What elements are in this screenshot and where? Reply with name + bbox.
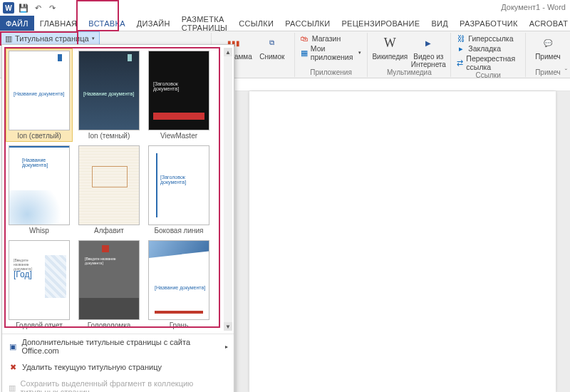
gallery-item-viewmaster[interactable]: [Заголовок документа] ViewMaster [146,49,212,141]
comment-icon: 💬 [539,34,556,51]
group-media: W Википедия ▶ Видео из Интернета Мультим… [368,33,451,77]
more-from-office-button[interactable]: ▣ Дополнительные титульные страницы с са… [2,334,234,359]
online-video-button[interactable]: ▶ Видео из Интернета [412,34,445,68]
thumb-ion-light: [Название документа] [9,51,70,130]
wikipedia-button[interactable]: W Википедия [373,34,406,61]
store-button[interactable]: 🛍Магазин [301,34,362,43]
gallery-item-annual[interactable]: [Введите название документа] [Год] Годов… [6,239,72,331]
gallery-label: Боковая линия [154,227,203,234]
tab-design[interactable]: ДИЗАЙН [131,16,176,31]
gallery-footer: ▣ Дополнительные титульные страницы с са… [2,334,234,392]
thumb-annual: [Введите название документа] [Год] [9,240,70,320]
gallery-item-sideline[interactable]: [Заголовок документа] Боковая линия [146,144,212,236]
remove-cover-button[interactable]: ✖ Удалить текущую титульную страницу [2,359,234,376]
crossref-icon: ⇄ [457,58,463,67]
myapps-button[interactable]: ▦Мои приложения▾ [301,44,362,61]
gallery-label: Ion (темный) [88,132,130,140]
screenshot-button[interactable]: ⧉ Снимок [256,34,289,61]
video-label: Видео из Интернета [411,53,446,68]
tab-insert[interactable]: ВСТАВКА [83,16,130,31]
redo-icon[interactable]: ↷ [47,3,57,13]
thumb-facet: [Название документа] [148,240,209,320]
bookmark-button[interactable]: ▸Закладка [457,44,519,53]
screenshot-label: Снимок [259,53,284,61]
comment-label: Примеч [535,53,561,61]
group-apps: 🛍Магазин ▦Мои приложения▾ Приложения [295,33,368,77]
screenshot-icon: ⧉ [264,34,281,51]
gallery-item-facet[interactable]: [Название документа] Грань [146,239,212,331]
thumb-viewmaster: [Заголовок документа] [148,51,209,130]
group-apps-label: Приложения [310,68,352,77]
scroll-down-icon[interactable]: ▼ [224,322,232,331]
gallery-item-ion-dark[interactable]: [Название документа] Ion (темный) [76,49,142,141]
quick-access-toolbar: 💾 ↶ ↷ [19,3,57,13]
apps-icon: ▦ [301,48,308,57]
cover-page-label: Титульная страница [15,34,89,43]
page [249,91,556,392]
save-selection-button: ▥ Сохранить выделенный фрагмент в коллек… [2,376,234,392]
link-icon: ⛓ [457,34,465,43]
group-links-label: Ссылки [476,71,501,80]
office-icon: ▣ [8,341,17,351]
ribbon-tabs: ФАЙЛ ГЛАВНАЯ ВСТАВКА ДИЗАЙН РАЗМЕТКА СТР… [0,16,570,31]
gallery-scrollbar[interactable]: ▲ ▼ [224,48,232,331]
delete-icon: ✖ [8,362,18,372]
tab-references[interactable]: ССЫЛКИ [233,16,279,31]
save-icon[interactable]: 💾 [19,3,28,13]
gallery-label: Грань [170,321,189,329]
cover-page-button[interactable]: ▥ Титульная страница ▾ [0,31,100,46]
gallery-label: Ion (светлый) [17,132,61,140]
hyperlink-button[interactable]: ⛓Гиперссылка [457,34,519,43]
group-links: ⛓Гиперссылка ▸Закладка ⇄Перекрестная ссы… [451,33,526,77]
undo-icon[interactable]: ↶ [33,3,43,13]
gallery-item-ion-light[interactable]: [Название документа] Ion (светлый) [6,49,72,141]
video-icon: ▶ [420,34,437,51]
thumb-sideline: [Заголовок документа] [148,145,209,225]
store-icon: 🛍 [301,34,309,43]
tab-file[interactable]: ФАЙЛ [0,16,34,31]
chevron-down-icon: ▾ [92,36,95,41]
horizontal-ruler [235,78,570,91]
cover-page-gallery: [Название документа] Ion (светлый) [Назв… [1,44,234,392]
group-comments: 💬 Примеч Примеч [526,33,570,77]
save-selection-icon: ▥ [8,383,16,392]
collapse-ribbon-icon[interactable]: ˇ [565,68,567,76]
comment-button[interactable]: 💬 Примеч [532,34,564,61]
gallery-label: Алфавит [94,227,124,234]
group-media-label: Мультимедиа [387,68,432,77]
thumb-ion-dark: [Название документа] [78,51,140,130]
gallery-item-whisp[interactable]: [Название документа] Whisp [6,144,72,236]
tab-view[interactable]: ВИД [425,16,454,31]
bookmark-icon: ▸ [457,44,465,53]
wikipedia-label: Википедия [372,53,408,61]
tab-developer[interactable]: РАЗРАБОТЧИК [454,16,524,31]
title-bar: W 💾 ↶ ↷ Документ1 - Word [0,0,570,16]
gallery-label: Головоломка [88,321,131,329]
page-icon: ▥ [5,34,12,43]
tab-mailings[interactable]: РАССЫЛКИ [279,16,336,31]
wikipedia-icon: W [381,34,398,51]
thumb-whisp: [Название документа] [9,145,70,225]
thumb-puzzle: [Введите название документа] [78,240,140,320]
document-title: Документ1 - Word [501,3,566,11]
tab-acrobat[interactable]: ACROBAT [524,16,570,31]
gallery-item-alphabet[interactable]: Алфавит [76,144,142,236]
group-comments-label: Примеч [535,68,561,77]
thumb-alphabet [78,145,140,225]
scroll-up-icon[interactable]: ▲ [224,48,232,56]
group-label [252,68,254,77]
word-app-icon: W [3,2,14,14]
gallery-label: ViewMaster [160,132,197,140]
tab-layout[interactable]: РАЗМЕТКА СТРАНИЦЫ [176,16,233,31]
tab-home[interactable]: ГЛАВНАЯ [34,16,83,31]
crossref-button[interactable]: ⇄Перекрестная ссылка [457,54,519,71]
gallery-item-puzzle[interactable]: [Введите название документа] Головоломка [76,239,142,331]
gallery-label: Годовой отчет [16,321,63,329]
tab-review[interactable]: РЕЦЕНЗИРОВАНИЕ [336,16,425,31]
gallery-label: Whisp [29,227,49,234]
document-canvas[interactable] [235,91,570,392]
